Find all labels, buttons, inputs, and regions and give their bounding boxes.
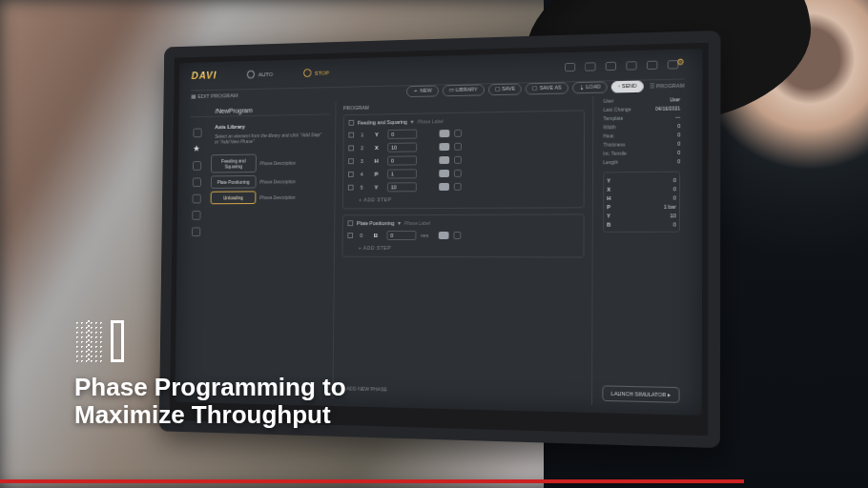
phase-title[interactable]: Plate Positioning — [357, 220, 394, 226]
add-phase-button[interactable]: + ADD NEW PHASE — [341, 383, 389, 394]
rail-icon[interactable] — [192, 211, 200, 220]
top-icon[interactable] — [647, 61, 657, 71]
brand-logo: DAVI — [192, 70, 217, 81]
phase-checkbox[interactable] — [348, 120, 354, 126]
phase-label-input[interactable]: Phase Label — [417, 118, 443, 124]
phase-label-input[interactable]: Phase Label — [404, 220, 430, 226]
program-tab[interactable]: ☰ PROGRAM — [650, 82, 684, 89]
top-icon-row — [565, 60, 678, 71]
phase-checkbox[interactable] — [347, 220, 353, 226]
axis-library-title: Axis Library — [191, 118, 330, 130]
phase-group: Feeding and Squaring ▾ Phase Label 1Y0 2… — [342, 110, 585, 209]
library-button[interactable]: ▭ LIBRARY — [442, 84, 484, 96]
step-apply-button[interactable] — [440, 130, 450, 137]
new-button[interactable]: ＋ NEW — [406, 85, 438, 97]
library-item[interactable]: Plate Positioning Phase Description — [211, 174, 326, 189]
top-icon[interactable] — [565, 63, 575, 71]
phase-title[interactable]: Feeding and Squaring — [358, 119, 407, 126]
saveas-button[interactable]: ▢ SAVE AS — [526, 82, 568, 94]
mode-stop[interactable]: STOP — [303, 69, 330, 77]
chevron-down-icon[interactable]: ▾ — [411, 119, 414, 125]
icon-rail: ★ — [187, 105, 204, 396]
add-step-button[interactable]: + ADD STEP — [346, 193, 581, 205]
rail-icon[interactable] — [192, 227, 200, 236]
step-value-input[interactable]: 0 — [387, 155, 417, 165]
star-icon[interactable]: ★ — [193, 145, 201, 154]
send-button[interactable]: ◦ SEND — [611, 80, 644, 92]
chevron-down-icon[interactable]: ▾ — [398, 220, 401, 226]
edit-program-label: ▦ EDIT PROGRAM — [191, 92, 238, 99]
promo-icon — [74, 320, 124, 362]
rail-icon[interactable] — [193, 129, 201, 138]
add-step-button[interactable]: + ADD STEP — [345, 242, 580, 254]
top-icon[interactable] — [606, 62, 616, 71]
step-value-input[interactable]: 1 — [387, 169, 417, 178]
phase-group: Plate Positioning ▾ Phase Label 0B0mm + … — [341, 214, 584, 257]
library-item[interactable]: Feeding and Squaring Phase Description — [211, 153, 326, 173]
step-row: 0B0mm — [345, 229, 580, 242]
step-value-input[interactable]: 0 — [386, 231, 416, 240]
save-button[interactable]: ▢ SAVE — [488, 83, 523, 95]
user-icon[interactable]: ⚙ — [676, 57, 684, 68]
step-value-input[interactable]: 0 — [387, 130, 417, 139]
axis-library-hint: Select an element from the library and c… — [191, 132, 330, 149]
mode-auto[interactable]: AUTO — [247, 70, 273, 78]
load-button[interactable]: ⭳ LOAD — [572, 81, 608, 93]
step-delete-button[interactable] — [454, 130, 462, 137]
axis-summary: Y0 X0 H0 P1 bar Y10 B0 — [603, 172, 680, 233]
program-name: /NewProgram — [191, 102, 330, 117]
rail-icon[interactable] — [193, 161, 201, 171]
top-icon[interactable] — [585, 62, 595, 71]
top-icon[interactable] — [626, 61, 636, 70]
rail-icon[interactable] — [193, 177, 201, 187]
rail-icon[interactable] — [193, 194, 201, 204]
step-value-input[interactable]: 10 — [387, 182, 417, 192]
launch-simulator-button[interactable]: LAUNCH SIMULATOR ▸ — [602, 385, 679, 402]
accent-bar — [0, 479, 744, 483]
library-item-active[interactable]: Unloading Phase Description — [211, 191, 326, 204]
promo-text: Phase Programming to Maximize Throughput — [74, 374, 346, 429]
step-value-input[interactable]: 10 — [387, 142, 417, 152]
